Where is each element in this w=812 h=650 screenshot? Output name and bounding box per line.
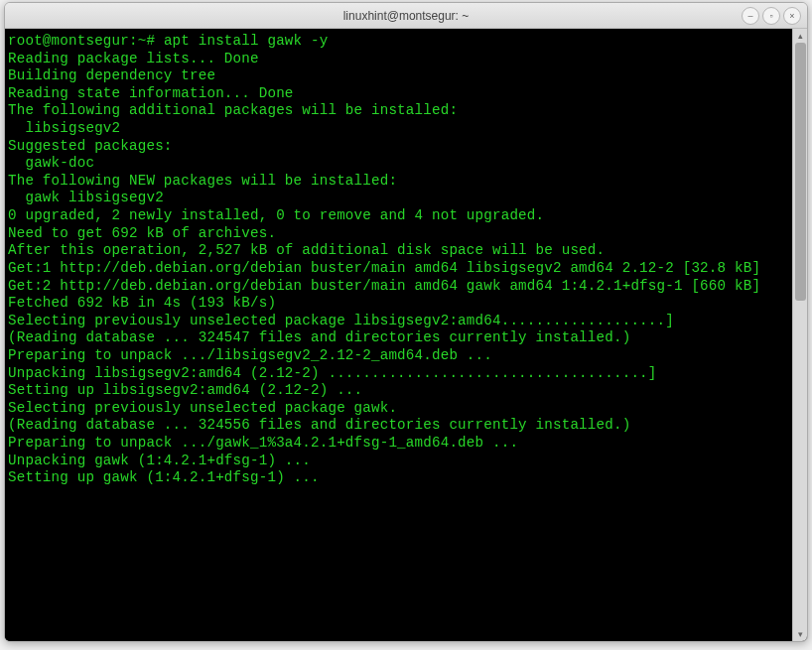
minimize-button[interactable]: – xyxy=(742,7,759,25)
scrollbar[interactable]: ▴ ▾ xyxy=(792,29,807,641)
scroll-thumb[interactable] xyxy=(795,43,806,301)
maximize-button[interactable]: ▫ xyxy=(762,7,780,25)
window-controls: – ▫ × xyxy=(742,7,801,25)
terminal-body: root@montsegur:~# apt install gawk -y Re… xyxy=(5,29,807,641)
scroll-down-icon[interactable]: ▾ xyxy=(793,627,808,641)
terminal-window: linuxhint@montsegur: ~ – ▫ × root@montse… xyxy=(4,2,808,642)
titlebar[interactable]: linuxhint@montsegur: ~ – ▫ × xyxy=(5,3,807,29)
close-button[interactable]: × xyxy=(783,7,801,25)
terminal-output[interactable]: root@montsegur:~# apt install gawk -y Re… xyxy=(5,29,792,641)
window-title: linuxhint@montsegur: ~ xyxy=(343,9,470,23)
scroll-up-icon[interactable]: ▴ xyxy=(793,29,808,43)
